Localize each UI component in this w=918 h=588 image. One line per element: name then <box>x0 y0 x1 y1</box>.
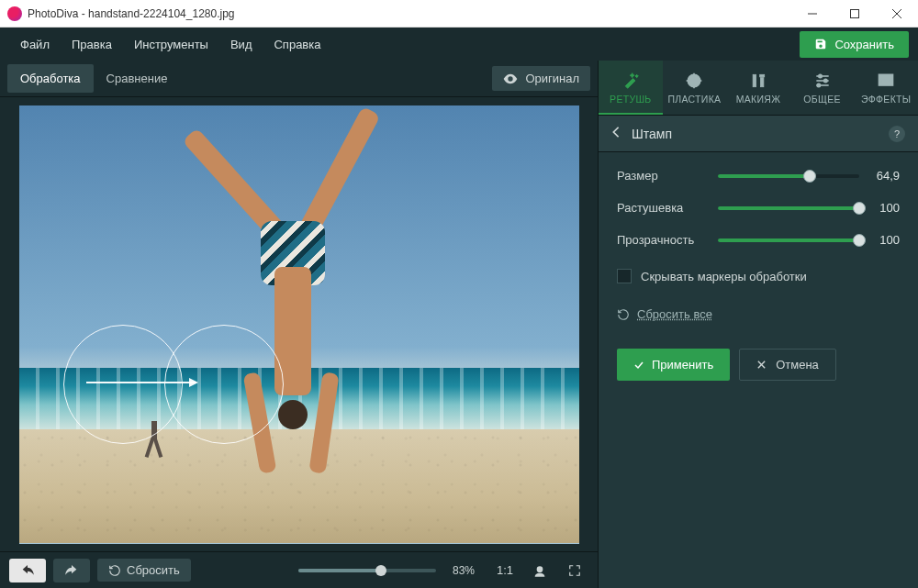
slider-opacity-value: 100 <box>868 233 900 247</box>
hide-markers-checkbox[interactable] <box>617 269 632 283</box>
circle-cross-icon <box>685 72 703 90</box>
help-button[interactable]: ? <box>889 126 905 142</box>
svg-rect-10 <box>760 74 765 77</box>
svg-point-15 <box>823 79 826 82</box>
tab-plastic-label: ПЛАСТИКА <box>667 94 721 105</box>
one-to-one-button[interactable]: 1:1 <box>491 557 519 584</box>
zoom-value: 83% <box>453 564 475 577</box>
cancel-label: Отмена <box>776 358 819 372</box>
wand-icon <box>621 72 640 90</box>
action-row: Применить Отмена <box>617 349 900 381</box>
refresh-icon <box>617 308 630 321</box>
window-title: PhotoDiva - handstand-2224104_1280.jpg <box>28 7 791 20</box>
slider-feather[interactable] <box>718 206 859 210</box>
svg-point-16 <box>817 83 820 86</box>
canvas-side: Обработка Сравнение Оригинал <box>0 61 599 588</box>
save-icon <box>814 38 827 50</box>
tab-general[interactable]: ОБЩЕЕ <box>790 61 855 115</box>
slider-feather-label: Растушевка <box>617 201 709 215</box>
panel-header: Штамп ? <box>599 116 918 152</box>
sliders-icon <box>813 72 832 90</box>
reset-all-link[interactable]: Сбросить все <box>617 307 900 321</box>
slider-size[interactable] <box>718 174 859 178</box>
photo <box>19 105 579 544</box>
menubar: Файл Правка Инструменты Вид Справка Сохр… <box>0 28 918 61</box>
svg-point-14 <box>818 74 821 77</box>
panel-title: Штамп <box>632 127 878 141</box>
apply-button[interactable]: Применить <box>617 349 730 381</box>
tab-retouch-label: РЕТУШЬ <box>610 94 651 105</box>
back-button[interactable] <box>611 126 621 142</box>
minimize-button[interactable] <box>791 0 834 27</box>
tab-retouch[interactable]: РЕТУШЬ <box>599 61 663 115</box>
tab-edit[interactable]: Обработка <box>7 64 94 93</box>
content: Обработка Сравнение Оригинал <box>0 61 918 588</box>
panel-body: Размер 64,9 Растушевка 100 Прозрачность … <box>599 152 918 588</box>
maximize-button[interactable] <box>834 0 876 27</box>
slider-size-row: Размер 64,9 <box>617 169 900 183</box>
cancel-button[interactable]: Отмена <box>739 349 836 381</box>
save-button-label: Сохранить <box>834 38 894 51</box>
app-window: PhotoDiva - handstand-2224104_1280.jpg Ф… <box>0 0 918 588</box>
close-icon <box>756 360 767 370</box>
app-icon <box>7 6 22 21</box>
svg-rect-1 <box>851 9 859 17</box>
eye-icon <box>503 73 518 84</box>
canvas-tabs: Обработка Сравнение Оригинал <box>0 61 598 97</box>
menu-file[interactable]: Файл <box>9 32 61 57</box>
undo-button[interactable] <box>9 559 46 582</box>
save-button[interactable]: Сохранить <box>800 31 909 58</box>
svg-point-4 <box>537 566 543 572</box>
slider-feather-value: 100 <box>868 201 900 215</box>
bottom-toolbar: Сбросить 83% 1:1 <box>0 551 598 588</box>
titlebar: PhotoDiva - handstand-2224104_1280.jpg <box>0 0 918 28</box>
svg-rect-8 <box>753 74 756 86</box>
original-label: Оригинал <box>525 72 579 85</box>
image-icon <box>877 72 895 90</box>
menu-edit[interactable]: Правка <box>61 32 123 57</box>
tab-makeup-label: МАКИЯЖ <box>736 94 781 105</box>
menu-help[interactable]: Справка <box>263 32 331 57</box>
tab-effects[interactable]: ЭФФЕКТЫ <box>854 61 918 115</box>
check-icon <box>633 360 644 371</box>
reset-all-label: Сбросить все <box>637 307 712 321</box>
close-button[interactable] <box>876 0 918 27</box>
slider-opacity[interactable] <box>718 239 859 242</box>
refresh-icon <box>108 564 121 577</box>
fit-face-button[interactable] <box>526 557 554 584</box>
zoom-slider[interactable] <box>298 569 436 572</box>
slider-size-label: Размер <box>617 169 709 183</box>
clone-dest-marker[interactable] <box>164 325 284 444</box>
fullscreen-button[interactable] <box>561 557 588 584</box>
redo-button[interactable] <box>53 559 90 582</box>
slider-opacity-row: Прозрачность 100 <box>617 233 900 247</box>
hide-markers-label: Скрывать маркеры обработки <box>641 270 807 283</box>
reset-bottom-button[interactable]: Сбросить <box>97 559 191 582</box>
menu-tools[interactable]: Инструменты <box>123 32 219 57</box>
tab-general-label: ОБЩЕЕ <box>803 94 840 105</box>
hide-markers-row: Скрывать маркеры обработки <box>617 269 900 283</box>
slider-feather-row: Растушевка 100 <box>617 201 900 215</box>
tab-compare[interactable]: Сравнение <box>94 64 181 93</box>
clone-arrow <box>86 382 196 383</box>
svg-rect-9 <box>760 77 763 86</box>
window-controls <box>791 0 918 27</box>
right-panel: РЕТУШЬ ПЛАСТИКА МАКИЯЖ ОБЩЕЕ ЭФФЕКТЫ <box>599 61 918 588</box>
menu-view[interactable]: Вид <box>219 32 263 57</box>
tab-makeup[interactable]: МАКИЯЖ <box>726 61 790 115</box>
original-toggle[interactable]: Оригинал <box>492 66 590 91</box>
apply-label: Применить <box>652 358 713 372</box>
tab-effects-label: ЭФФЕКТЫ <box>861 94 911 105</box>
canvas-area[interactable] <box>0 97 598 551</box>
tool-tabs: РЕТУШЬ ПЛАСТИКА МАКИЯЖ ОБЩЕЕ ЭФФЕКТЫ <box>599 61 918 116</box>
reset-bottom-label: Сбросить <box>127 563 180 577</box>
tab-plastic[interactable]: ПЛАСТИКА <box>663 61 727 115</box>
makeup-icon <box>749 72 767 90</box>
slider-size-value: 64,9 <box>868 169 900 183</box>
slider-opacity-label: Прозрачность <box>617 233 709 247</box>
